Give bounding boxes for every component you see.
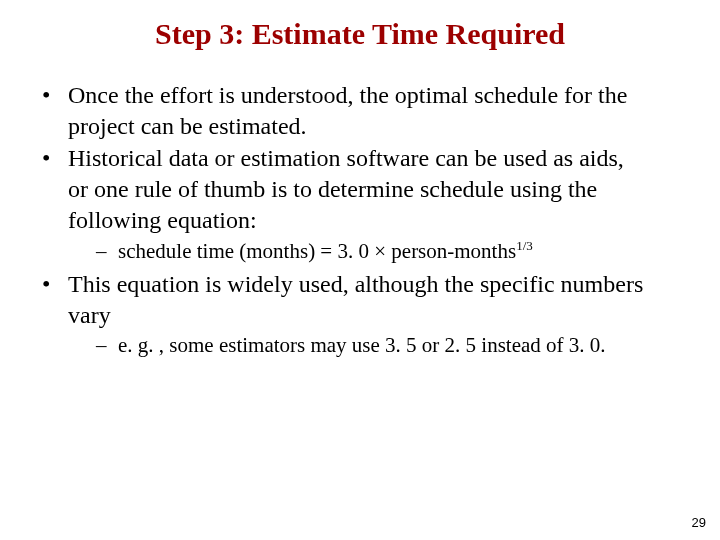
bullet-text-line1: Historical data or estimation software c… (68, 145, 624, 171)
bullet-item-3: This equation is widely used, although t… (40, 269, 684, 360)
example-text: e. g. , some estimators may use 3. 5 or … (118, 333, 606, 357)
bullet-list: Once the effort is understood, the optim… (36, 80, 684, 360)
bullet-text-line2: or one rule of thumb is to determine sch… (68, 176, 597, 233)
page-number: 29 (692, 515, 706, 530)
sub-bullet-equation: schedule time (months) = 3. 0 × person-m… (96, 238, 684, 265)
bullet-text: Once the effort is understood, the optim… (68, 82, 627, 139)
bullet-item-2: Historical data or estimation software c… (40, 143, 684, 264)
sub-bullet-list: e. g. , some estimators may use 3. 5 or … (68, 332, 684, 359)
equation-text: schedule time (months) = 3. 0 × person-m… (118, 239, 516, 263)
bullet-item-1: Once the effort is understood, the optim… (40, 80, 684, 141)
bullet-text: This equation is widely used, although t… (68, 271, 643, 328)
equation-exponent: 1/3 (516, 238, 533, 253)
slide-title: Step 3: Estimate Time Required (36, 16, 684, 52)
sub-bullet-example: e. g. , some estimators may use 3. 5 or … (96, 332, 684, 359)
slide: Step 3: Estimate Time Required Once the … (0, 0, 720, 540)
sub-bullet-list: schedule time (months) = 3. 0 × person-m… (68, 238, 684, 265)
